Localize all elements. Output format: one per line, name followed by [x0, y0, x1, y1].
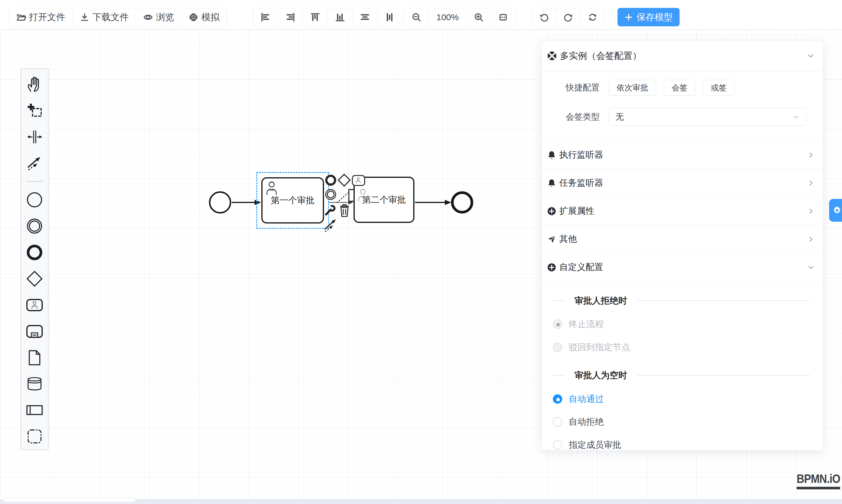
bpmn-io-logo[interactable]: BPMN.iO [796, 471, 840, 489]
change-type-wrench-button[interactable] [324, 204, 337, 218]
create-end-event[interactable] [21, 239, 48, 266]
reset-refresh-icon [588, 12, 598, 22]
align-left-icon [260, 12, 271, 22]
chip-icon [189, 12, 198, 22]
section-task-listener[interactable]: 任务监听器 [542, 169, 823, 197]
radio-terminate-process[interactable]: 终止流程 [542, 318, 823, 330]
user-task-icon [352, 175, 365, 186]
section-custom-config[interactable]: 自定义配置 [542, 253, 823, 282]
download-file-label: 下载文件 [92, 11, 129, 23]
fit-viewport-button[interactable] [491, 8, 515, 26]
undo-icon [539, 12, 549, 22]
task-node-first-approval[interactable]: 第一个审批 [261, 177, 324, 223]
align-top-button[interactable] [303, 8, 328, 26]
save-model-label: 保存模型 [636, 11, 673, 23]
intermediate-event-icon [325, 189, 337, 200]
radio-return-to-node[interactable]: 驳回到指定节点 [542, 341, 823, 353]
gateway-icon [337, 173, 351, 187]
divider-line [637, 301, 810, 301]
section-label: 任务监听器 [559, 177, 807, 189]
subprocess-icon [26, 325, 43, 338]
radio-circle [553, 343, 562, 352]
preview-button[interactable]: 浏览 [136, 8, 181, 26]
append-end-event-button[interactable] [325, 174, 337, 187]
radio-auto-pass[interactable]: 自动通过 [542, 393, 823, 405]
end-event-node[interactable] [451, 191, 473, 214]
download-file-button[interactable]: 下载文件 [73, 8, 136, 26]
plus-circle-icon [547, 206, 556, 216]
start-event-node[interactable] [209, 191, 231, 214]
element-palette [20, 68, 49, 450]
space-tool-icon [27, 130, 43, 144]
create-data-store[interactable] [21, 371, 48, 397]
create-gateway[interactable] [21, 266, 48, 292]
quick-option-countersign[interactable]: 会签 [664, 80, 695, 96]
group-title-empty-approver: 审批人为空时 [542, 370, 823, 381]
radio-auto-reject[interactable]: 自动拒绝 [542, 416, 823, 428]
settings-tab[interactable] [829, 199, 842, 222]
create-subprocess[interactable] [21, 318, 48, 345]
align-top-icon [310, 12, 320, 22]
append-gateway-button[interactable] [337, 173, 351, 188]
undo-button[interactable] [532, 8, 556, 26]
radio-label: 自动通过 [569, 393, 604, 405]
append-intermediate-event-button[interactable] [325, 189, 337, 201]
download-icon [80, 12, 90, 22]
radio-assign-member[interactable]: 指定成员审批 [542, 439, 823, 450]
intermediate-event-icon [27, 218, 43, 234]
connect-tool-button[interactable] [323, 217, 338, 233]
chevron-down-icon [806, 52, 815, 60]
align-left-button[interactable] [253, 8, 278, 26]
create-group[interactable] [21, 423, 48, 450]
section-label: 执行监听器 [559, 149, 807, 161]
create-start-event[interactable] [21, 187, 48, 213]
reset-button[interactable] [581, 8, 604, 26]
save-model-button[interactable]: 保存模型 [617, 8, 680, 26]
quick-option-orsign[interactable]: 或签 [703, 80, 735, 96]
chevron-down-icon [807, 263, 815, 271]
zoom-in-button[interactable] [467, 8, 491, 26]
align-bottom-button[interactable] [328, 8, 353, 26]
create-data-object[interactable] [21, 345, 48, 371]
lasso-tool[interactable] [21, 97, 48, 124]
align-right-button[interactable] [278, 8, 303, 26]
section-extended-properties[interactable]: 扩展属性 [542, 197, 823, 225]
open-file-label: 打开文件 [29, 11, 65, 23]
redo-button[interactable] [556, 8, 581, 26]
trash-icon [339, 203, 350, 218]
panel-header[interactable]: 多实例（会签配置） [542, 41, 823, 64]
connect-arrows-icon [27, 156, 42, 170]
align-center-horizontal-button[interactable] [353, 8, 378, 26]
group-title-text: 审批人为空时 [575, 370, 627, 381]
create-intermediate-event[interactable] [21, 213, 48, 239]
file-button-group: 打开文件 下载文件 浏览 模拟 [9, 8, 227, 26]
simulate-button[interactable]: 模拟 [181, 8, 227, 26]
create-user-task[interactable] [21, 292, 48, 318]
quick-config-row: 快捷配置 依次审批 会签 或签 [542, 79, 823, 97]
gateway-icon [26, 270, 43, 287]
open-file-button[interactable]: 打开文件 [9, 8, 73, 26]
create-participant[interactable] [21, 397, 48, 423]
redo-icon [563, 12, 573, 22]
group-title-reject: 审批人拒绝时 [542, 295, 823, 307]
delete-trash-button[interactable] [339, 203, 350, 218]
section-execution-listener[interactable]: 执行监听器 [542, 141, 823, 169]
sign-type-select[interactable]: 无 [609, 108, 807, 126]
align-center-vertical-button[interactable] [378, 8, 402, 26]
divider-line [637, 375, 810, 376]
radio-label: 驳回到指定节点 [569, 341, 630, 353]
space-tool[interactable] [21, 124, 48, 150]
sign-type-label: 会签类型 [566, 111, 602, 123]
align-center-horizontal-icon [360, 12, 370, 22]
quick-option-sequential[interactable]: 依次审批 [609, 80, 656, 96]
radio-label: 终止流程 [569, 318, 604, 330]
zoom-out-button[interactable] [404, 8, 429, 26]
append-user-task-button[interactable] [352, 175, 365, 187]
participant-pool-icon [26, 405, 43, 415]
append-text-annotation-button[interactable] [335, 187, 356, 205]
global-connect-tool[interactable] [21, 150, 48, 176]
hand-tool[interactable] [21, 71, 48, 97]
horizontal-scrollbar-thumb[interactable] [3, 498, 135, 502]
section-other[interactable]: 其他 [542, 225, 823, 253]
task-label: 第一个审批 [271, 195, 315, 206]
